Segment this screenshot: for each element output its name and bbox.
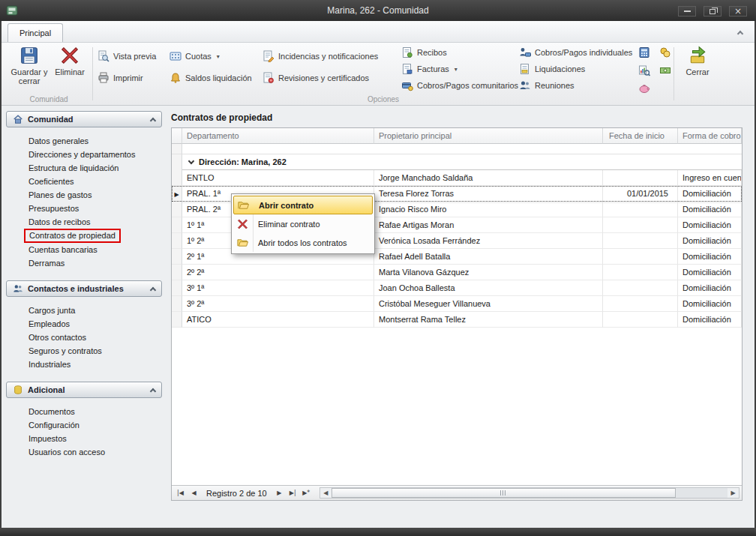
row-indicator [172, 280, 182, 296]
saldos-liquidacion-button[interactable]: Saldos liquidación [170, 70, 252, 85]
tab-principal[interactable]: Principal [8, 23, 63, 42]
sidebar-item-cuentas-bancarias[interactable]: Cuentas bancarias [6, 243, 162, 256]
sidebar-item-estructura-de-liquidacion[interactable]: Estructura de liquidación [6, 161, 162, 175]
context-menu-item-abrir-todos[interactable]: Abrir todos los contratos [233, 233, 373, 252]
delete-x-icon [236, 218, 249, 229]
cobros-pagos-individuales-button[interactable]: Cobros/Pagos individuales [519, 45, 632, 60]
sidebar-item-empleados[interactable]: Empleados [6, 317, 162, 331]
nav-next-button[interactable]: ▶ [273, 487, 286, 499]
sidebar-item-industriales[interactable]: Industriales [6, 358, 162, 371]
revisiones-button[interactable]: Revisiones y certificados [262, 70, 369, 85]
sidebar-header-contactos[interactable]: Contactos e industriales [6, 280, 162, 297]
restore-button[interactable] [704, 6, 722, 16]
cell-fecha [603, 249, 678, 265]
incidencias-button[interactable]: Incidencias y notificaciones [262, 49, 378, 64]
close-icon: × [734, 7, 742, 15]
minimize-button[interactable] [678, 6, 696, 16]
ribbon-collapse-button[interactable] [734, 27, 747, 38]
imprimir-button[interactable]: Imprimir [98, 70, 143, 85]
record-position-text: Registro 2 de 10 [206, 489, 267, 498]
table-row[interactable]: ENTLO Jorge Manchado Saldaña Ingreso en … [172, 170, 742, 186]
cobros-pagos-comunitarios-button[interactable]: Cobros/Pagos comunitarios [401, 78, 518, 93]
sidebar-item-presupuestos[interactable]: Presupuestos [6, 202, 162, 215]
sidebar-section-comunidad: Comunidad Datos generales Direcciones y … [6, 111, 162, 270]
close-button[interactable]: × [729, 6, 747, 16]
cell-propietario: Teresa Florez Torras [374, 186, 603, 203]
sidebar-item-direcciones-y-departamentos[interactable]: Direcciones y departamentos [6, 148, 162, 161]
cell-fecha [603, 233, 678, 249]
cell-forma: Domiciliación [678, 280, 742, 296]
cell-propietario: Rafael Adell Batalla [374, 249, 603, 265]
sidebar: Comunidad Datos generales Direcciones y … [6, 111, 162, 469]
sidebar-item-contratos-de-propiedad[interactable]: Contratos de propiedad [24, 229, 121, 243]
cell-forma: Domiciliación [678, 265, 742, 280]
app-window: Marina, 262 - Comunidad × Principal Guar… [0, 0, 756, 536]
sidebar-item-configuracion[interactable]: Configuración [6, 418, 162, 432]
nav-last-button[interactable]: ▶| [286, 487, 299, 499]
column-header-departamento[interactable]: Departamento [182, 128, 374, 144]
sidebar-item-datos-de-recibos[interactable]: Datos de recibos [6, 215, 162, 229]
cell-propietario: Jorge Manchado Saldaña [374, 170, 603, 186]
sidebar-item-derramas[interactable]: Derramas [6, 256, 162, 270]
cell-forma: Ingreso en cuenta [678, 170, 742, 186]
cell-forma: Domiciliación [678, 233, 742, 249]
page-title: Contratos de propiedad [171, 112, 272, 123]
table-row[interactable]: 2º 2ª Marta Vilanova Gázquez Domiciliaci… [172, 265, 742, 280]
nav-new-record-button[interactable]: ▶* [300, 487, 313, 499]
sidebar-header-adicional[interactable]: Adicional [6, 382, 162, 398]
context-menu-item-abrir-contrato[interactable]: Abrir contrato [233, 196, 373, 214]
table-row[interactable]: 3º 2ª Cristóbal Meseguer Villanueva Domi… [172, 296, 742, 312]
column-header-fecha-de-inicio[interactable]: Fecha de inicio [603, 128, 678, 144]
group-row[interactable]: Dirección: Marina, 262 [172, 154, 742, 170]
scroll-right-button[interactable]: ▶ [728, 488, 739, 498]
save-close-button[interactable]: Guardar y cerrar [9, 46, 50, 85]
sidebar-item-coeficientes[interactable]: Coeficientes [6, 175, 162, 188]
scrollbar-thumb[interactable] [332, 488, 676, 498]
cell-departamento: ENTLO [182, 170, 374, 186]
search-stats-button[interactable] [636, 63, 652, 78]
calculator-button[interactable] [636, 45, 652, 60]
liquidaciones-button[interactable]: Liquidaciones [519, 61, 585, 76]
table-row[interactable]: 3º 1ª Joan Ochoa Ballesta Domiciliación [172, 280, 742, 296]
statement-icon [519, 63, 531, 75]
collapse-group-icon [188, 158, 194, 164]
scroll-left-button[interactable]: ◀ [320, 488, 332, 498]
sidebar-header-comunidad[interactable]: Comunidad [6, 111, 162, 127]
window-title: Marina, 262 - Comunidad [0, 0, 756, 21]
column-header-propietario-principal[interactable]: Propietario principal [374, 128, 603, 144]
coins-button[interactable] [657, 45, 674, 60]
sidebar-item-seguros-y-contratos[interactable]: Seguros y contratos [6, 344, 162, 358]
cell-forma: Domiciliación [678, 202, 742, 217]
sidebar-item-usuarios-con-acceso[interactable]: Usuarios con acceso [6, 445, 162, 459]
sidebar-item-datos-generales[interactable]: Datos generales [6, 134, 162, 148]
table-row[interactable]: ATICO Montserrat Rama Tellez Domiciliaci… [172, 312, 742, 328]
sidebar-item-planes-de-gastos[interactable]: Planes de gastos [6, 188, 162, 202]
horizontal-scrollbar[interactable]: ◀ ▶ [320, 487, 740, 499]
scrollbar-track[interactable] [332, 488, 728, 498]
sidebar-item-cargos-junta[interactable]: Cargos junta [6, 304, 162, 317]
card-coins-icon [401, 79, 413, 91]
context-menu-item-eliminar-contrato[interactable]: Eliminar contrato [233, 214, 373, 233]
nav-first-button[interactable]: |◀ [174, 487, 187, 499]
piggy-bank-button[interactable] [636, 81, 652, 96]
row-indicator [172, 170, 182, 186]
facturas-button[interactable]: Facturas ▾ [401, 61, 458, 76]
grid-panel: Departamento Propietario principal Fecha… [171, 127, 742, 501]
sidebar-item-otros-contactos[interactable]: Otros contactos [6, 331, 162, 344]
house-icon [13, 114, 23, 124]
nav-prev-button[interactable]: ◀ [188, 487, 200, 499]
sidebar-item-impuestos[interactable]: Impuestos [6, 432, 162, 445]
cell-propietario: Montserrat Rama Tellez [374, 312, 603, 328]
cerrar-button[interactable]: Cerrar [679, 46, 716, 76]
cell-fecha [603, 170, 678, 186]
cell-propietario: Cristóbal Meseguer Villanueva [374, 296, 603, 312]
sidebar-item-documentos[interactable]: Documentos [6, 405, 162, 418]
recibos-button[interactable]: Recibos [401, 45, 447, 60]
reuniones-button[interactable]: Reuniones [519, 78, 574, 93]
vista-previa-button[interactable]: Vista previa [98, 49, 156, 64]
delete-button[interactable]: Eliminar [51, 46, 88, 76]
column-header-forma-de-cobro[interactable]: Forma de cobro [678, 128, 742, 144]
cash-button[interactable] [657, 63, 674, 78]
cuotas-button[interactable]: Cuotas ▾ [170, 49, 220, 64]
cell-forma: Domiciliación [678, 186, 742, 203]
